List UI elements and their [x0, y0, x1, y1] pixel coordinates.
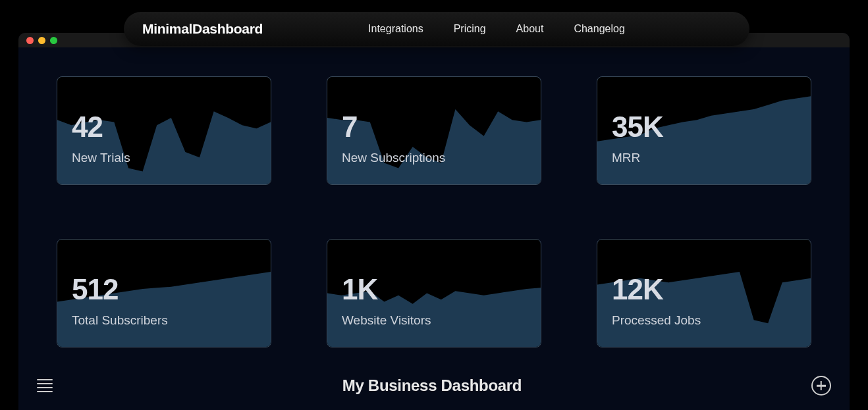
nav-link-pricing[interactable]: Pricing — [454, 23, 486, 35]
metric-value: 42 — [72, 113, 130, 141]
metrics-grid: 42 New Trials 7 New Subscriptions 35K MR… — [58, 76, 810, 347]
metric-label: New Trials — [72, 151, 130, 165]
metric-value: 1K — [342, 275, 431, 304]
metric-value: 35K — [612, 113, 663, 141]
card-new-subscriptions[interactable]: 7 New Subscriptions — [327, 76, 541, 185]
metric-label: Website Visitors — [342, 313, 431, 328]
metric-label: New Subscriptions — [342, 151, 445, 165]
menu-icon[interactable] — [37, 379, 53, 393]
nav-link-changelog[interactable]: Changelog — [574, 23, 624, 35]
metric-value: 12K — [612, 275, 701, 304]
card-website-visitors[interactable]: 1K Website Visitors — [327, 239, 541, 347]
window-zoom-icon[interactable] — [50, 37, 57, 44]
card-processed-jobs[interactable]: 12K Processed Jobs — [597, 239, 811, 347]
dashboard-content: 42 New Trials 7 New Subscriptions 35K MR… — [18, 47, 850, 410]
brand-logo[interactable]: MinimalDashboard — [142, 21, 263, 37]
add-button[interactable] — [811, 376, 831, 396]
bottom-bar: My Business Dashboard — [18, 369, 850, 402]
window-close-icon[interactable] — [26, 37, 34, 44]
app-window: 42 New Trials 7 New Subscriptions 35K MR… — [18, 33, 850, 410]
card-mrr[interactable]: 35K MRR — [597, 76, 811, 185]
metric-value: 7 — [342, 113, 445, 141]
metric-label: Processed Jobs — [612, 313, 701, 328]
top-nav: MinimalDashboard Integrations Pricing Ab… — [124, 12, 749, 46]
metric-label: Total Subscribers — [72, 313, 168, 328]
nav-links: Integrations Pricing About Changelog — [368, 23, 625, 35]
card-new-trials[interactable]: 42 New Trials — [57, 76, 271, 185]
window-minimize-icon[interactable] — [38, 37, 45, 44]
metric-label: MRR — [612, 151, 663, 165]
nav-link-integrations[interactable]: Integrations — [368, 23, 423, 35]
dashboard-title: My Business Dashboard — [342, 376, 522, 395]
nav-link-about[interactable]: About — [516, 23, 544, 35]
metric-value: 512 — [72, 275, 168, 304]
card-total-subscribers[interactable]: 512 Total Subscribers — [57, 239, 271, 347]
